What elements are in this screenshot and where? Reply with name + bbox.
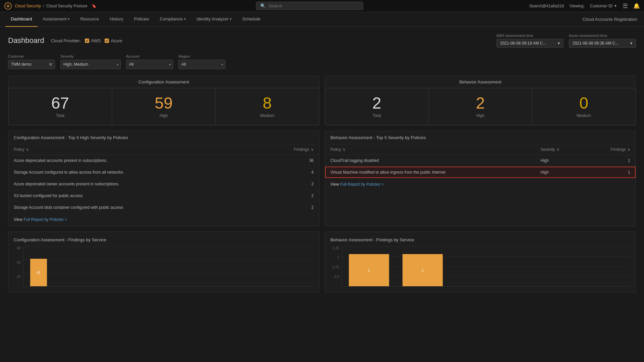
behavior-total-stat: 2 Total: [325, 88, 429, 125]
config-full-report-link[interactable]: Full Report by Policies >: [23, 217, 67, 222]
azure-assessment-time: Azure assessment time 2021-06-08 08:36 A…: [569, 34, 636, 48]
azure-checkbox-label[interactable]: Azure: [105, 38, 122, 43]
config-assessment-panel: Configuration Assessment 67 Total 59 Hig…: [8, 76, 319, 125]
severity-select[interactable]: High, Medium: [61, 60, 115, 69]
chevron-down-icon: ▾: [167, 63, 173, 66]
region-select-container: All ▾: [178, 60, 225, 69]
breadcrumb-separator: ›: [43, 4, 44, 8]
nav-schedule[interactable]: Schedule: [237, 12, 266, 27]
policy-cell: Storage Account blob container configure…: [8, 202, 256, 214]
behavior-severity-col-header[interactable]: Severity ⇅: [535, 144, 585, 155]
sort-icon: ⇅: [557, 148, 559, 152]
config-table: Policy ⇅ Findings ⇅ Azure deprecated acc…: [8, 144, 319, 213]
table-row[interactable]: Azure deprecated accounts present in sub…: [8, 155, 319, 167]
customer-filter: Customer TMM demo ✕: [8, 54, 55, 69]
table-row[interactable]: CloudTrail logging disabled High 1: [325, 155, 636, 167]
content: Dashboard Cloud Provider: AWS Azure AWS …: [0, 27, 644, 299]
app-logo-container: [4, 2, 12, 10]
config-findings-col-header[interactable]: Findings ⇅: [256, 144, 319, 155]
notifications-icon[interactable]: 🔔: [633, 3, 640, 9]
chevron-down-icon: ▾: [68, 17, 69, 21]
config-table-panel: Configuration Assessment - Top 5 High Se…: [8, 131, 319, 226]
nav-history[interactable]: History: [104, 12, 128, 27]
menu-icon[interactable]: ☰: [623, 2, 628, 10]
customer-id-dropdown[interactable]: Customer ID ▼: [590, 4, 617, 8]
account-select[interactable]: All: [126, 60, 167, 69]
aws-checkbox[interactable]: [85, 39, 89, 43]
table-row[interactable]: Virtual Machine modified to allow ingres…: [325, 167, 636, 178]
customer-select[interactable]: TMM demo: [8, 60, 47, 69]
config-medium-value: 8: [222, 95, 312, 111]
chart-panels-row: Configuration Assessment - Findings by S…: [8, 232, 636, 292]
search-bar[interactable]: 🔍: [256, 2, 363, 10]
assessment-times: AWS assessment time 2021-06-08 09:19 AM …: [496, 34, 636, 48]
behavior-assessment-panel: Behavior Assessment 2 Total 2 High 0 Med…: [325, 76, 636, 125]
svg-point-1: [7, 5, 9, 7]
policy-cell: CloudTrail logging disabled: [325, 155, 535, 167]
user-label: Search@41a6a316: [529, 4, 564, 8]
behavior-total-value: 2: [332, 95, 422, 111]
behavior-bar-1-value: 1: [368, 268, 370, 272]
behavior-full-report-link[interactable]: Full Report by Policies >: [340, 182, 384, 187]
aws-time-value: 2021-06-08 09:19 AM C...: [500, 41, 546, 46]
config-panel-header: Configuration Assessment: [8, 76, 319, 88]
aws-time-dropdown[interactable]: 2021-06-08 09:19 AM C... ▾: [496, 39, 564, 48]
behavior-policy-col-header[interactable]: Policy ⇅: [325, 144, 535, 155]
region-select[interactable]: All: [179, 60, 219, 69]
nav-right[interactable]: Cloud Accounts Registration: [583, 17, 644, 22]
table-row[interactable]: Storage Account blob container configure…: [8, 202, 319, 214]
severity-filter: Severity High, Medium ▾: [60, 54, 121, 69]
aws-checkbox-label[interactable]: AWS: [85, 38, 101, 43]
severity-cell: High: [535, 155, 585, 167]
chevron-down-icon: ▾: [115, 63, 120, 66]
azure-time-label: Azure assessment time: [569, 34, 607, 38]
nav-policies[interactable]: Policies: [129, 12, 155, 27]
viewing-label: Viewing:: [570, 4, 585, 8]
behavior-bar-2-value: 1: [422, 268, 424, 272]
config-medium-stat: 8 Medium: [215, 88, 319, 125]
sort-icon: ⇅: [628, 148, 630, 152]
top-bar: Cloud Security › Cloud Security Posture …: [0, 0, 644, 12]
behavior-medium-stat: 0 Medium: [532, 88, 636, 125]
config-total-value: 67: [15, 95, 105, 111]
severity-cell: High: [535, 167, 585, 178]
behavior-table-title: Behavior Assessment - Top 5 Severity by …: [325, 131, 636, 144]
findings-cell: 2: [256, 178, 319, 190]
policy-cell: Storage Account configured to allow acce…: [8, 167, 256, 178]
breadcrumb-bookmark-icon[interactable]: 🔖: [92, 4, 97, 8]
chart-y-0.5: 0.5: [330, 275, 339, 279]
clear-customer-icon[interactable]: ✕: [47, 62, 55, 67]
behavior-high-stat: 2 High: [429, 88, 532, 125]
nav-identity-analyzer[interactable]: Identity Analyzer ▾: [191, 12, 237, 27]
behavior-table-panel: Behavior Assessment - Top 5 Severity by …: [325, 131, 636, 226]
behavior-findings-col-header[interactable]: Findings ⇅: [585, 144, 636, 155]
config-policy-col-header[interactable]: Policy ⇅: [8, 144, 256, 155]
chart-y-40: 40: [14, 261, 20, 264]
behavior-chart-panel: Behavior Assessment - Findings by Servic…: [325, 232, 636, 292]
findings-cell: 2: [256, 202, 319, 214]
table-row[interactable]: Azure deprecated owner accounts present …: [8, 178, 319, 190]
config-high-label: High: [119, 113, 209, 118]
breadcrumb-root[interactable]: Cloud Security: [15, 4, 41, 8]
azure-checkbox[interactable]: [105, 39, 109, 43]
azure-time-dropdown[interactable]: 2021-06-08 08:36 AM C... ▾: [569, 39, 636, 48]
chart-y-1: 1: [330, 256, 339, 259]
chart-y-1.25: 1.25: [330, 246, 339, 250]
policy-cell: Azure deprecated accounts present in sub…: [8, 155, 256, 167]
table-row[interactable]: Storage Account configured to allow acce…: [8, 167, 319, 178]
nav-bar: Dashboard Assessment ▾ Resource History …: [0, 12, 644, 27]
cloud-accounts-link[interactable]: Cloud Accounts Registration: [583, 17, 637, 22]
nav-compliance[interactable]: Compliance ▾: [154, 12, 191, 27]
findings-cell: 1: [585, 167, 636, 178]
nav-dashboard[interactable]: Dashboard: [5, 12, 38, 27]
page-title: Dashboard: [8, 36, 44, 45]
nav-assessment[interactable]: Assessment ▾: [38, 12, 75, 27]
aws-assessment-time: AWS assessment time 2021-06-08 09:19 AM …: [496, 34, 564, 48]
search-input[interactable]: [268, 3, 359, 8]
behavior-view-text: View: [330, 182, 340, 187]
config-bar-value: 41: [37, 270, 41, 275]
nav-resource[interactable]: Resource: [75, 12, 104, 27]
table-row[interactable]: S3 bucket configured for public access 2: [8, 190, 319, 202]
chevron-down-icon: ▾: [230, 17, 231, 21]
azure-label: Azure: [111, 38, 122, 43]
